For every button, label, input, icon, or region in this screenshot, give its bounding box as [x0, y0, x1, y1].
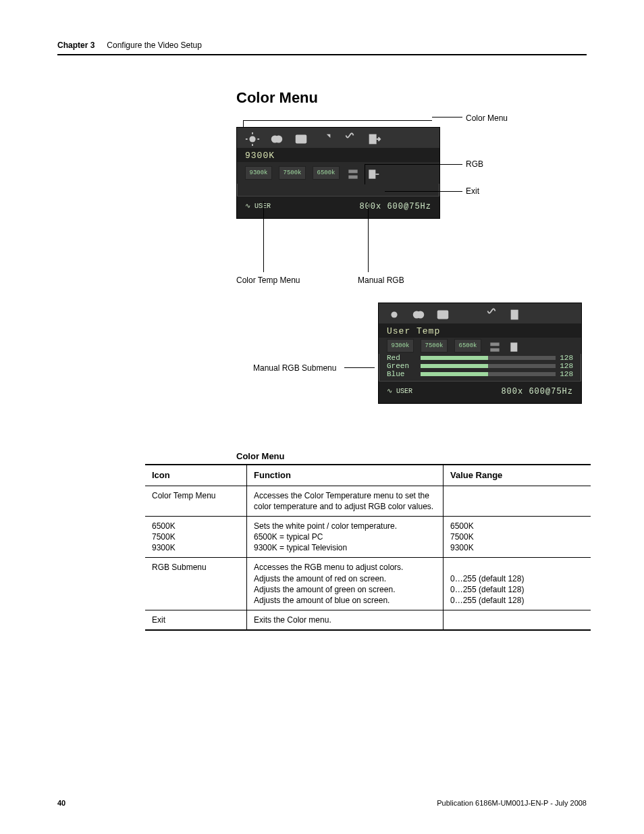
- cell-range: 0…255 (default 128) 0…255 (default 128) …: [444, 558, 591, 610]
- figure-area: 9300K 9300k 7500k 6500k ∿ USER 800x 600@…: [236, 113, 587, 438]
- misc-icon: [342, 132, 357, 144]
- svg-rect-11: [369, 170, 375, 178]
- callout-manual-rgb-submenu: Manual RGB Submenu: [253, 363, 336, 373]
- cell-range: [444, 610, 591, 631]
- color-icon: [411, 307, 426, 319]
- callout-manual-rgb: Manual RGB: [358, 276, 404, 285]
- table-row: 6500K 7500K 9300K Sets the white point /…: [145, 516, 591, 558]
- cell-function: Accesses the Color Temperature menu to s…: [247, 486, 444, 516]
- cell-icon: Exit: [145, 610, 247, 631]
- rgb-blue-row: Blue 128: [379, 370, 581, 378]
- svg-point-0: [249, 136, 255, 142]
- cell-icon: RGB Submenu: [145, 558, 247, 610]
- cell-range: 6500K 7500K 9300K: [444, 516, 591, 558]
- svg-rect-9: [348, 170, 357, 173]
- svg-rect-7: [296, 135, 307, 144]
- osd-sub: User Temp 9300k 7500k 6500k Red 128 Gree…: [378, 303, 582, 404]
- section-heading: Color Menu: [236, 89, 587, 107]
- svg-point-14: [417, 311, 424, 319]
- ptr-line: [243, 120, 432, 121]
- rgb-icon: [488, 340, 502, 351]
- rgb-green-label: Green: [387, 362, 417, 370]
- user-mode-indicator: ∿ USER: [387, 387, 412, 396]
- page-footer: 40 Publication 6186M-UM001J-EN-P - July …: [57, 799, 587, 807]
- tools-icon: [318, 132, 333, 144]
- ptr-line: [365, 164, 365, 184]
- misc-icon: [484, 307, 499, 319]
- mode-info-text: 800x 600@75Hz: [501, 387, 573, 396]
- cell-function: Accesses the RGB menu to adjust colors. …: [247, 558, 444, 610]
- chapter-title: Configure the Video Setup: [107, 41, 202, 50]
- temp-6500k: 6500k: [454, 339, 481, 353]
- osd-sub-label: User Temp: [379, 323, 581, 338]
- osd-sub-iconbar: [379, 303, 581, 323]
- ptr-line: [368, 201, 369, 272]
- exit-icon: [508, 307, 523, 319]
- svg-rect-15: [437, 311, 449, 319]
- exit-icon: [367, 132, 381, 144]
- image-icon: [435, 307, 450, 319]
- svg-rect-16: [511, 310, 518, 320]
- tools-icon: [460, 307, 475, 319]
- cell-icon-sub: 6500K 7500K 9300K: [145, 516, 247, 558]
- rgb-red-bar: [421, 356, 556, 360]
- svg-rect-19: [510, 342, 517, 351]
- table-title: Color Menu: [236, 451, 587, 461]
- table-header-row: Icon Function Value Range: [145, 465, 591, 486]
- temp-7500k: 7500k: [279, 166, 306, 180]
- temp-9300k: 9300k: [245, 166, 272, 180]
- color-menu-table: Icon Function Value Range Color Temp Men…: [145, 464, 591, 631]
- rgb-red-row: Red 128: [379, 354, 581, 362]
- ptr-line: [432, 117, 462, 118]
- rgb-blue-label: Blue: [387, 370, 417, 378]
- th-range: Value Range: [444, 465, 591, 486]
- rgb-red-value: 128: [560, 354, 573, 362]
- page-number: 40: [57, 799, 65, 807]
- svg-rect-8: [369, 134, 377, 145]
- rgb-blue-value: 128: [560, 370, 573, 378]
- user-mode-indicator: ∿ USER: [245, 202, 271, 211]
- table-row: Exit Exits the Color menu.: [145, 610, 591, 631]
- ptr-line: [385, 191, 462, 192]
- callout-color-temp-menu: Color Temp Menu: [236, 276, 300, 285]
- rgb-blue-bar: [421, 372, 556, 376]
- rgb-green-row: Green 128: [379, 362, 581, 370]
- rgb-green-bar: [421, 364, 556, 368]
- callout-exit: Exit: [466, 186, 479, 196]
- running-header: Chapter 3 Configure the Video Setup: [57, 41, 587, 50]
- osd-main: 9300K 9300k 7500k 6500k ∿ USER 800x 600@…: [236, 127, 440, 219]
- osd-main-iconbar: [237, 128, 439, 148]
- svg-point-6: [275, 136, 282, 143]
- svg-rect-17: [490, 342, 499, 346]
- brightness-icon: [245, 132, 260, 144]
- table-row: RGB Submenu Accesses the RGB menu to adj…: [145, 558, 591, 610]
- osd-sub-temp-row: 9300k 7500k 6500k: [379, 338, 581, 354]
- rgb-red-label: Red: [387, 354, 417, 362]
- cell-icon: Color Temp Menu: [145, 486, 247, 516]
- publication-info: Publication 6186M-UM001J-EN-P - July 200…: [437, 799, 587, 807]
- cell-function: Exits the Color menu.: [247, 610, 444, 631]
- table-row: Color Temp Menu Accesses the Color Tempe…: [145, 486, 591, 516]
- rgb-green-value: 128: [560, 362, 573, 370]
- temp-7500k: 7500k: [421, 339, 448, 353]
- page: Chapter 3 Configure the Video Setup Colo…: [0, 0, 644, 834]
- image-icon: [294, 132, 308, 144]
- rgb-icon: [346, 167, 360, 178]
- ptr-line: [344, 367, 375, 368]
- temp-6500k: 6500k: [313, 166, 340, 180]
- callout-color-menu: Color Menu: [466, 113, 508, 123]
- svg-rect-18: [490, 348, 499, 352]
- osd-sub-footer: ∿ USER 800x 600@75Hz: [379, 381, 581, 403]
- temp-9300k: 9300k: [387, 339, 414, 353]
- ptr-line: [263, 201, 264, 272]
- mode-info-text: 800x 600@75Hz: [359, 202, 431, 211]
- cell-range: [444, 486, 591, 516]
- ptr-line: [365, 164, 462, 165]
- exit-small-icon: [367, 167, 380, 178]
- osd-main-temp-row: 9300k 7500k 6500k: [237, 162, 439, 184]
- th-icon: Icon: [145, 465, 247, 486]
- ptr-line: [243, 120, 244, 127]
- header-rule: [57, 54, 587, 55]
- chapter-number: Chapter 3: [57, 41, 95, 50]
- osd-main-label: 9300K: [237, 148, 439, 162]
